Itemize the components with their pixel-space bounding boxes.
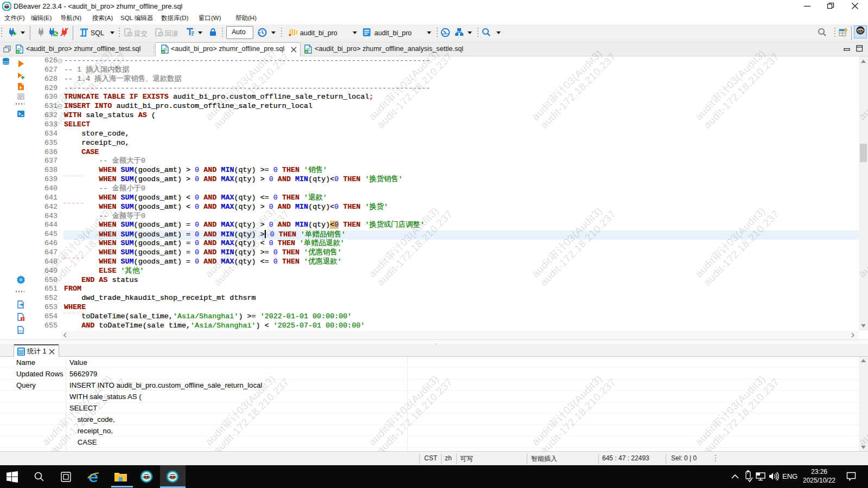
svg-text:(x): (x) xyxy=(18,329,23,333)
